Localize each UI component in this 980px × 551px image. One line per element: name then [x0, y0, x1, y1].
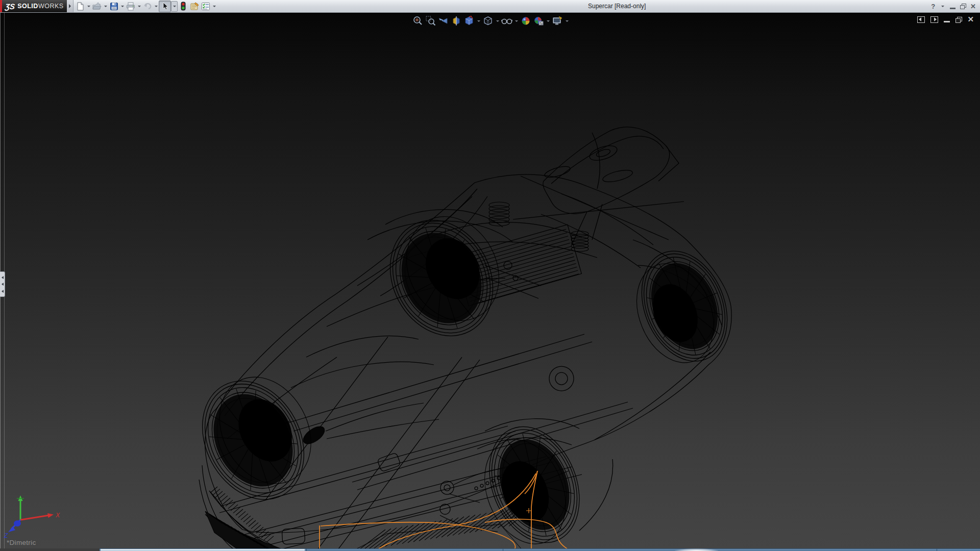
- options-checklist-icon: [201, 2, 210, 11]
- new-document-button[interactable]: [75, 1, 86, 12]
- minimize-icon: [950, 8, 955, 9]
- taskbar-divider: [306, 548, 307, 551]
- undo-icon: [143, 2, 152, 11]
- chevron-left-icon: [2, 276, 4, 279]
- car-body-wireframe: [199, 127, 731, 548]
- document-window-controls: ✕: [917, 16, 974, 23]
- chevron-right-icon: [69, 4, 71, 8]
- minimize-icon: [944, 21, 950, 22]
- hide-show-items-dropdown[interactable]: [514, 15, 519, 27]
- view-orientation-label: *Dimetric: [7, 539, 36, 546]
- logo-text-bold: SOLID: [17, 3, 38, 10]
- collapsed-panel-tab[interactable]: [0, 271, 5, 297]
- chevron-left-icon: [2, 290, 4, 293]
- pane-left-icon: [917, 16, 925, 23]
- restore-icon: [955, 17, 962, 22]
- save-icon: [110, 2, 118, 11]
- file-properties-icon: [190, 2, 200, 11]
- view-settings-dropdown[interactable]: [565, 15, 569, 27]
- select-cursor-icon: [161, 2, 169, 11]
- chevron-left-icon: [2, 283, 4, 286]
- logo-text-light: WORKS: [38, 3, 64, 10]
- traffic-light-icon: [180, 2, 186, 11]
- taskbar-divider: [937, 548, 937, 551]
- save-button[interactable]: [108, 1, 119, 12]
- view-orientation-button[interactable]: [463, 15, 475, 27]
- undo-button[interactable]: [142, 1, 153, 12]
- edit-appearance-button[interactable]: [520, 15, 531, 27]
- pane-right-button[interactable]: [930, 16, 938, 23]
- titlebar: ƷS SOLIDWORKS: [0, 0, 980, 13]
- display-style-button[interactable]: [482, 15, 494, 27]
- logo-mark: ƷS: [5, 2, 15, 11]
- pane-left-button[interactable]: [917, 16, 925, 23]
- app-restore-button[interactable]: [960, 2, 966, 10]
- doc-minimize-button[interactable]: [944, 16, 950, 22]
- open-button[interactable]: [91, 1, 103, 12]
- options-button[interactable]: [200, 1, 211, 12]
- help-button[interactable]: ?: [931, 2, 935, 10]
- taskbar-highlight-segment[interactable]: [101, 549, 305, 551]
- save-dropdown[interactable]: [119, 1, 125, 12]
- headsup-view-toolbar: [412, 14, 569, 28]
- print-icon: [126, 2, 135, 11]
- previous-view-button[interactable]: [438, 15, 449, 27]
- apply-scene-icon: [533, 16, 544, 26]
- graphics-viewport[interactable]: ✕ X Z *Dimetric: [0, 12, 980, 548]
- window-title: Supercar [Read-only]: [588, 0, 646, 12]
- new-document-dropdown[interactable]: [86, 1, 91, 12]
- view-orientation-cube-icon: [464, 16, 474, 26]
- open-icon: [92, 2, 102, 11]
- zoom-to-fit-button[interactable]: [412, 15, 424, 27]
- wheel-rear-right: [620, 238, 743, 377]
- view-settings-icon: [552, 16, 562, 26]
- section-view-button[interactable]: [451, 15, 462, 27]
- help-dropdown[interactable]: [940, 1, 945, 12]
- display-style-cube-icon: [483, 16, 493, 26]
- hide-show-items-button[interactable]: [501, 15, 512, 27]
- app-close-button[interactable]: ✕: [970, 2, 976, 10]
- section-view-icon: [451, 16, 461, 26]
- logo-red-stripe: [0, 0, 2, 12]
- zoom-to-fit-icon: [413, 16, 423, 26]
- menu-expand-arrow[interactable]: [67, 0, 74, 12]
- select-button[interactable]: [159, 1, 171, 12]
- open-dropdown[interactable]: [103, 1, 108, 12]
- appearance-ball-icon: [521, 16, 531, 26]
- print-button[interactable]: [125, 1, 136, 12]
- doc-restore-button[interactable]: [955, 17, 962, 22]
- restore-icon: [960, 4, 966, 9]
- zoom-to-area-icon: [426, 16, 436, 26]
- select-dropdown[interactable]: [171, 1, 178, 12]
- taskbar-edge[interactable]: [0, 548, 980, 551]
- car-wireframe-canvas[interactable]: [0, 12, 980, 548]
- zoom-to-area-button[interactable]: [425, 15, 436, 27]
- previous-view-icon: [438, 16, 449, 26]
- rebuild-traffic-light-button[interactable]: [178, 1, 189, 12]
- view-orientation-dropdown[interactable]: [476, 15, 481, 27]
- reference-triad[interactable]: X Z: [0, 483, 66, 539]
- display-style-dropdown[interactable]: [495, 15, 500, 27]
- options-dropdown[interactable]: [211, 1, 217, 12]
- apply-scene-button[interactable]: [533, 15, 544, 27]
- taskbar-glow: [675, 548, 718, 551]
- solidworks-logo: ƷS SOLIDWORKS: [0, 0, 67, 12]
- triad-z-label: Z: [4, 532, 8, 539]
- app-minimize-button[interactable]: [950, 2, 955, 10]
- titlebar-controls: ? ✕: [931, 0, 976, 12]
- file-properties-button[interactable]: [189, 1, 200, 12]
- new-document-icon: [76, 2, 85, 11]
- taskbar-divider: [503, 548, 503, 551]
- doc-close-button[interactable]: ✕: [967, 16, 974, 23]
- pane-right-icon: [930, 16, 938, 23]
- eyeglasses-icon: [501, 16, 512, 26]
- apply-scene-dropdown[interactable]: [546, 15, 550, 27]
- print-dropdown[interactable]: [136, 1, 142, 12]
- view-settings-button[interactable]: [552, 15, 563, 27]
- undo-dropdown[interactable]: [153, 1, 159, 12]
- triad-x-label: X: [55, 512, 60, 519]
- main-toolbar: [75, 0, 217, 12]
